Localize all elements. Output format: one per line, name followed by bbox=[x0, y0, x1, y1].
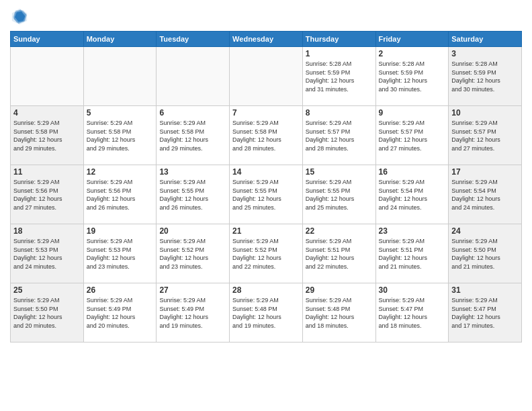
cell-text: Sunrise: 5:29 AM Sunset: 5:57 PM Dayligh… bbox=[451, 119, 519, 152]
day-number: 20 bbox=[159, 226, 226, 236]
day-cell: 16Sunrise: 5:29 AM Sunset: 5:54 PM Dayli… bbox=[375, 165, 449, 224]
cell-text: Sunrise: 5:29 AM Sunset: 5:51 PM Dayligh… bbox=[379, 237, 446, 271]
day-cell bbox=[157, 47, 230, 106]
week-row-2: 4Sunrise: 5:29 AM Sunset: 5:58 PM Daylig… bbox=[11, 106, 522, 165]
cell-text: Sunrise: 5:29 AM Sunset: 5:55 PM Dayligh… bbox=[159, 178, 226, 212]
day-cell: 25Sunrise: 5:29 AM Sunset: 5:50 PM Dayli… bbox=[11, 283, 84, 342]
calendar-body: 1Sunrise: 5:28 AM Sunset: 5:59 PM Daylig… bbox=[11, 47, 522, 342]
cell-text: Sunrise: 5:29 AM Sunset: 5:50 PM Dayligh… bbox=[13, 296, 81, 330]
day-cell: 6Sunrise: 5:29 AM Sunset: 5:58 PM Daylig… bbox=[157, 106, 230, 165]
day-cell: 20Sunrise: 5:29 AM Sunset: 5:52 PM Dayli… bbox=[157, 224, 230, 283]
day-cell: 23Sunrise: 5:29 AM Sunset: 5:51 PM Dayli… bbox=[375, 224, 449, 283]
logo-icon bbox=[10, 7, 29, 26]
cell-text: Sunrise: 5:29 AM Sunset: 5:53 PM Dayligh… bbox=[87, 237, 154, 271]
cell-text: Sunrise: 5:28 AM Sunset: 5:59 PM Dayligh… bbox=[306, 60, 373, 93]
page: SundayMondayTuesdayWednesdayThursdayFrid… bbox=[0, 0, 532, 411]
cell-text: Sunrise: 5:29 AM Sunset: 5:47 PM Dayligh… bbox=[451, 296, 519, 330]
day-number: 13 bbox=[159, 167, 226, 177]
week-row-4: 18Sunrise: 5:29 AM Sunset: 5:53 PM Dayli… bbox=[11, 224, 522, 283]
day-number: 5 bbox=[87, 108, 154, 118]
cell-text: Sunrise: 5:29 AM Sunset: 5:54 PM Dayligh… bbox=[379, 178, 446, 212]
day-number: 6 bbox=[159, 108, 226, 118]
week-row-1: 1Sunrise: 5:28 AM Sunset: 5:59 PM Daylig… bbox=[11, 47, 522, 106]
day-cell: 21Sunrise: 5:29 AM Sunset: 5:52 PM Dayli… bbox=[230, 224, 303, 283]
cell-text: Sunrise: 5:29 AM Sunset: 5:53 PM Dayligh… bbox=[13, 237, 81, 271]
day-number: 27 bbox=[159, 285, 226, 295]
cell-text: Sunrise: 5:29 AM Sunset: 5:51 PM Dayligh… bbox=[306, 237, 373, 271]
day-cell: 31Sunrise: 5:29 AM Sunset: 5:47 PM Dayli… bbox=[449, 283, 522, 342]
cell-text: Sunrise: 5:29 AM Sunset: 5:50 PM Dayligh… bbox=[451, 237, 519, 271]
cell-text: Sunrise: 5:29 AM Sunset: 5:47 PM Dayligh… bbox=[379, 296, 446, 330]
day-cell bbox=[11, 47, 84, 106]
day-cell: 11Sunrise: 5:29 AM Sunset: 5:56 PM Dayli… bbox=[11, 165, 84, 224]
day-number: 18 bbox=[13, 226, 81, 236]
calendar-table: SundayMondayTuesdayWednesdayThursdayFrid… bbox=[10, 31, 522, 342]
weekday-header-row: SundayMondayTuesdayWednesdayThursdayFrid… bbox=[11, 32, 522, 47]
day-cell: 28Sunrise: 5:29 AM Sunset: 5:48 PM Dayli… bbox=[230, 283, 303, 342]
weekday-header-saturday: Saturday bbox=[449, 32, 522, 47]
cell-text: Sunrise: 5:29 AM Sunset: 5:55 PM Dayligh… bbox=[306, 178, 373, 212]
day-number: 19 bbox=[87, 226, 154, 236]
cell-text: Sunrise: 5:29 AM Sunset: 5:49 PM Dayligh… bbox=[159, 296, 226, 330]
day-number: 16 bbox=[379, 167, 446, 177]
weekday-header-friday: Friday bbox=[375, 32, 449, 47]
cell-text: Sunrise: 5:28 AM Sunset: 5:59 PM Dayligh… bbox=[451, 60, 519, 93]
day-number: 15 bbox=[306, 167, 373, 177]
weekday-header-monday: Monday bbox=[83, 32, 157, 47]
day-number: 1 bbox=[306, 49, 373, 58]
cell-text: Sunrise: 5:29 AM Sunset: 5:56 PM Dayligh… bbox=[13, 178, 81, 212]
day-cell: 9Sunrise: 5:29 AM Sunset: 5:57 PM Daylig… bbox=[375, 106, 449, 165]
weekday-header-tuesday: Tuesday bbox=[157, 32, 230, 47]
cell-text: Sunrise: 5:29 AM Sunset: 5:49 PM Dayligh… bbox=[87, 296, 154, 330]
cell-text: Sunrise: 5:29 AM Sunset: 5:58 PM Dayligh… bbox=[13, 119, 81, 152]
day-number: 4 bbox=[13, 108, 81, 118]
day-cell: 29Sunrise: 5:29 AM Sunset: 5:48 PM Dayli… bbox=[302, 283, 375, 342]
day-number: 10 bbox=[451, 108, 519, 118]
cell-text: Sunrise: 5:29 AM Sunset: 5:52 PM Dayligh… bbox=[232, 237, 300, 271]
day-number: 11 bbox=[13, 167, 81, 177]
day-cell: 19Sunrise: 5:29 AM Sunset: 5:53 PM Dayli… bbox=[83, 224, 157, 283]
cell-text: Sunrise: 5:29 AM Sunset: 5:58 PM Dayligh… bbox=[232, 119, 300, 152]
day-cell: 14Sunrise: 5:29 AM Sunset: 5:55 PM Dayli… bbox=[230, 165, 303, 224]
day-cell: 24Sunrise: 5:29 AM Sunset: 5:50 PM Dayli… bbox=[449, 224, 522, 283]
day-number: 21 bbox=[232, 226, 300, 236]
day-number: 28 bbox=[232, 285, 300, 295]
weekday-header-wednesday: Wednesday bbox=[230, 32, 303, 47]
day-number: 24 bbox=[451, 226, 519, 236]
day-number: 23 bbox=[379, 226, 446, 236]
day-number: 29 bbox=[306, 285, 373, 295]
day-cell: 18Sunrise: 5:29 AM Sunset: 5:53 PM Dayli… bbox=[11, 224, 84, 283]
day-cell: 8Sunrise: 5:29 AM Sunset: 5:57 PM Daylig… bbox=[302, 106, 375, 165]
day-cell bbox=[230, 47, 303, 106]
day-number: 8 bbox=[306, 108, 373, 118]
day-cell: 2Sunrise: 5:28 AM Sunset: 5:59 PM Daylig… bbox=[375, 47, 449, 106]
day-cell: 12Sunrise: 5:29 AM Sunset: 5:56 PM Dayli… bbox=[83, 165, 157, 224]
cell-text: Sunrise: 5:29 AM Sunset: 5:56 PM Dayligh… bbox=[87, 178, 154, 212]
cell-text: Sunrise: 5:29 AM Sunset: 5:57 PM Dayligh… bbox=[306, 119, 373, 152]
day-cell: 30Sunrise: 5:29 AM Sunset: 5:47 PM Dayli… bbox=[375, 283, 449, 342]
week-row-3: 11Sunrise: 5:29 AM Sunset: 5:56 PM Dayli… bbox=[11, 165, 522, 224]
day-cell: 1Sunrise: 5:28 AM Sunset: 5:59 PM Daylig… bbox=[302, 47, 375, 106]
calendar-header: SundayMondayTuesdayWednesdayThursdayFrid… bbox=[11, 32, 522, 47]
day-cell: 15Sunrise: 5:29 AM Sunset: 5:55 PM Dayli… bbox=[302, 165, 375, 224]
day-number: 3 bbox=[451, 49, 519, 58]
day-cell: 7Sunrise: 5:29 AM Sunset: 5:58 PM Daylig… bbox=[230, 106, 303, 165]
day-number: 30 bbox=[379, 285, 446, 295]
cell-text: Sunrise: 5:28 AM Sunset: 5:59 PM Dayligh… bbox=[379, 60, 446, 93]
cell-text: Sunrise: 5:29 AM Sunset: 5:55 PM Dayligh… bbox=[232, 178, 300, 212]
cell-text: Sunrise: 5:29 AM Sunset: 5:57 PM Dayligh… bbox=[379, 119, 446, 152]
day-number: 26 bbox=[87, 285, 154, 295]
cell-text: Sunrise: 5:29 AM Sunset: 5:52 PM Dayligh… bbox=[159, 237, 226, 271]
logo bbox=[10, 7, 32, 26]
cell-text: Sunrise: 5:29 AM Sunset: 5:58 PM Dayligh… bbox=[159, 119, 226, 152]
day-number: 22 bbox=[306, 226, 373, 236]
day-cell: 22Sunrise: 5:29 AM Sunset: 5:51 PM Dayli… bbox=[302, 224, 375, 283]
day-number: 25 bbox=[13, 285, 81, 295]
day-number: 2 bbox=[379, 49, 446, 58]
day-cell: 27Sunrise: 5:29 AM Sunset: 5:49 PM Dayli… bbox=[157, 283, 230, 342]
day-number: 17 bbox=[451, 167, 519, 177]
day-cell: 4Sunrise: 5:29 AM Sunset: 5:58 PM Daylig… bbox=[11, 106, 84, 165]
day-cell: 13Sunrise: 5:29 AM Sunset: 5:55 PM Dayli… bbox=[157, 165, 230, 224]
day-number: 12 bbox=[87, 167, 154, 177]
cell-text: Sunrise: 5:29 AM Sunset: 5:48 PM Dayligh… bbox=[232, 296, 300, 330]
